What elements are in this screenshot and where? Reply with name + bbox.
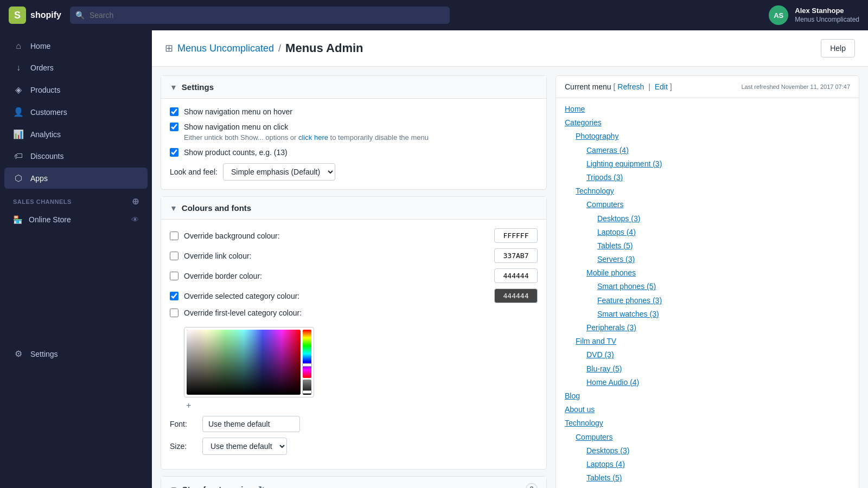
colors-panel-body: Override background colour: FFFFFF Overr… [161, 220, 546, 469]
settings-panel-body: Show navigation menu on hover Show navig… [161, 99, 546, 189]
storefront-chevron-icon[interactable]: ▼ [170, 485, 178, 489]
user-name: Alex Stanhope [795, 7, 859, 16]
border-color-swatch[interactable]: 444444 [494, 268, 538, 283]
menu-item[interactable]: Lighting equipment (3) [565, 157, 850, 171]
click-checkbox[interactable] [170, 123, 178, 131]
menu-item[interactable]: Photography [565, 130, 850, 143]
sidebar-item-customers[interactable]: 👤 Customers [4, 101, 148, 123]
last-refreshed-text: Last refreshed November 11, 2017 07:47 [741, 84, 850, 90]
hue-slider[interactable] [303, 330, 311, 378]
menu-item[interactable]: Laptops (4) [565, 226, 850, 239]
sidebar-item-settings[interactable]: ⚙ Settings [4, 343, 148, 364]
discounts-icon: 🏷 [13, 151, 24, 161]
edit-menu-link[interactable]: Edit [655, 82, 668, 91]
settings-chevron-icon[interactable]: ▼ [170, 83, 177, 92]
bg-color-swatch[interactable]: FFFFFF [494, 228, 538, 243]
settings-icon: ⚙ [13, 349, 24, 359]
home-icon: ⌂ [13, 41, 24, 51]
alpha-slider[interactable] [303, 380, 311, 395]
storefront-refresh-icon[interactable]: ↻ [258, 485, 265, 488]
font-input[interactable] [202, 416, 300, 432]
menu-item[interactable]: Tripods (3) [565, 171, 850, 184]
user-store: Menus Uncomplicated [795, 16, 859, 24]
menu-item[interactable]: Blu-ray (5) [565, 362, 850, 376]
left-column: ▼ Settings Show navigation menu on hover… [161, 75, 547, 488]
breadcrumb-app-link[interactable]: Menus Uncomplicated [177, 43, 274, 54]
color-picker-bottom: + [184, 400, 314, 412]
link-color-swatch[interactable]: 337AB7 [494, 248, 538, 263]
sidebar-item-products[interactable]: ◈ Products [4, 79, 148, 100]
menu-item[interactable]: Home Audio (4) [565, 376, 850, 389]
bg-color-row: Override background colour: FFFFFF [170, 228, 538, 243]
bg-color-checkbox[interactable] [170, 232, 178, 240]
add-color-icon[interactable]: + [186, 401, 191, 410]
menu-item[interactable]: About us [565, 403, 850, 416]
sidebar-item-orders[interactable]: ↓ Orders [4, 57, 148, 78]
menu-item[interactable]: Desktops (3) [565, 212, 850, 226]
menu-item[interactable]: Technology [565, 184, 850, 198]
border-color-checkbox[interactable] [170, 272, 178, 280]
menu-item[interactable]: Laptops (4) [565, 458, 850, 471]
menu-item[interactable]: Tablets (5) [565, 239, 850, 253]
menu-item[interactable]: Film and TV [565, 335, 850, 348]
colors-panel: ▼ Colours and fonts Override background … [161, 196, 547, 470]
app-grid-icon: ⊞ [165, 42, 173, 54]
menu-item[interactable]: Desktops (3) [565, 444, 850, 458]
font-label: Font: [170, 420, 197, 428]
apps-icon: ⬡ [13, 173, 24, 183]
eye-icon[interactable]: 👁 [131, 215, 139, 224]
counts-checkbox[interactable] [170, 148, 178, 157]
add-sales-channel-icon[interactable]: ⊕ [132, 196, 139, 207]
first-level-color-checkbox[interactable] [170, 309, 178, 317]
menu-item[interactable]: Peripherals (3) [565, 321, 850, 335]
current-menu-header: Current menu [ Refresh | Edit ] Last ref… [556, 76, 859, 98]
menu-item[interactable]: DVD (3) [565, 348, 850, 362]
menu-item[interactable]: Mobile phones [565, 266, 850, 280]
menu-item[interactable]: Home [565, 102, 850, 116]
selected-color-swatch[interactable]: 444444 [494, 288, 538, 303]
menu-item[interactable]: Smart watches (3) [565, 307, 850, 321]
counts-label: Show product counts, e.g. (13) [184, 148, 288, 157]
sidebar-item-online-store[interactable]: 🏪 Online Store 👁 [4, 210, 148, 229]
refresh-menu-link[interactable]: Refresh [617, 82, 644, 91]
border-color-label: Override border colour: [184, 272, 489, 280]
sidebar-item-discounts[interactable]: 🏷 Discounts [4, 146, 148, 166]
hover-checkbox[interactable] [170, 107, 178, 116]
click-here-link[interactable]: click here [298, 133, 328, 142]
sidebar-item-apps[interactable]: ⬡ Apps [4, 168, 148, 189]
storefront-panel-header: ▼ Storefront preview ↻ ? [161, 477, 546, 488]
first-level-color-row: Override first-level category colour: [170, 309, 538, 317]
size-select[interactable]: Use theme default Small Medium Large [202, 438, 287, 455]
menu-item[interactable]: Servers (3) [565, 253, 850, 266]
menu-item[interactable]: Feature phones (3) [565, 294, 850, 307]
right-column: Current menu [ Refresh | Edit ] Last ref… [556, 75, 859, 488]
storefront-help-icon[interactable]: ? [526, 483, 538, 488]
menu-item[interactable]: Categories [565, 116, 850, 130]
disable-hint-text: Either untick both Show... options or cl… [184, 133, 538, 142]
look-feel-row: Look and feel: Simple emphasis (Default)… [170, 163, 538, 181]
look-feel-select[interactable]: Simple emphasis (Default) Classic Modern [223, 163, 335, 181]
link-color-checkbox[interactable] [170, 252, 178, 260]
current-menu-panel: Current menu [ Refresh | Edit ] Last ref… [556, 75, 859, 488]
menu-item[interactable]: Computers [565, 431, 850, 444]
orders-icon: ↓ [13, 63, 24, 73]
menu-item[interactable]: Blog [565, 389, 850, 403]
menu-item[interactable]: Computers [565, 198, 850, 211]
colors-chevron-icon[interactable]: ▼ [170, 204, 177, 213]
menu-item[interactable]: Technology [565, 416, 850, 430]
top-navigation: S shopify 🔍 AS Alex Stanhope Menus Uncom… [0, 0, 868, 30]
help-button[interactable]: Help [821, 39, 855, 57]
search-input[interactable] [70, 7, 450, 24]
breadcrumb-current: Menus Admin [285, 41, 363, 55]
menu-item[interactable]: Tablets (5) [565, 471, 850, 485]
menu-item[interactable]: Smart phones (5) [565, 280, 850, 293]
sidebar-item-analytics[interactable]: 📊 Analytics [4, 124, 148, 145]
menu-item[interactable]: Cameras (4) [565, 144, 850, 157]
shopify-logo[interactable]: S shopify [9, 7, 61, 24]
sidebar-item-home[interactable]: ⌂ Home [4, 36, 148, 56]
online-store-icon: 🏪 [13, 215, 22, 224]
selected-color-checkbox[interactable] [170, 292, 178, 300]
color-gradient-area[interactable] [187, 330, 301, 395]
search-bar: 🔍 [70, 7, 450, 24]
selected-color-label: Override selected category colour: [184, 292, 489, 300]
